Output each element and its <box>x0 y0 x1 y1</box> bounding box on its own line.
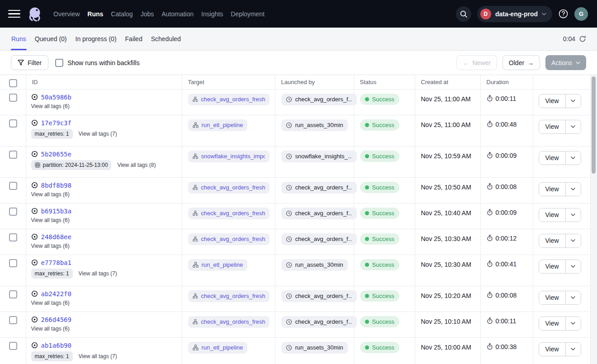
run-id-link[interactable]: 266d4569 <box>41 316 71 323</box>
refresh-button[interactable] <box>579 35 586 43</box>
view-all-tags-link[interactable]: View all tags (6) <box>31 191 70 198</box>
view-dropdown-button[interactable] <box>566 208 581 222</box>
row-checkbox[interactable] <box>9 259 17 267</box>
row-checkbox[interactable] <box>9 342 17 350</box>
dagster-logo-icon[interactable] <box>26 5 43 23</box>
tab-scheduled[interactable]: Scheduled <box>151 28 181 50</box>
launched-by-chip[interactable]: check_avg_orders_f… <box>281 233 357 245</box>
run-id-link[interactable]: ab2422f0 <box>41 290 71 298</box>
view-all-tags-link[interactable]: View all tags (6) <box>31 300 70 306</box>
run-tag-pill[interactable]: max_retries: 1 <box>31 351 73 361</box>
tab-in-progress-0[interactable]: In progress (0) <box>75 28 117 50</box>
view-all-tags-link[interactable]: View all tags (7) <box>79 270 117 277</box>
launched-by-chip[interactable]: check_avg_orders_f… <box>281 316 357 328</box>
launched-by-chip[interactable]: check_avg_orders_f… <box>281 94 357 105</box>
filter-button[interactable]: Filter <box>11 55 48 70</box>
view-button[interactable]: View <box>539 317 566 330</box>
target-chip[interactable]: check_avg_orders_freshne <box>188 182 270 194</box>
view-dropdown-button[interactable] <box>566 95 581 108</box>
run-id-link[interactable]: 8bdf8b98 <box>41 182 71 189</box>
target-chip[interactable]: check_avg_orders_freshne <box>188 94 270 105</box>
target-chip[interactable]: check_avg_orders_freshne <box>188 290 270 302</box>
tab-failed[interactable]: Failed <box>125 28 143 50</box>
workspace-switcher[interactable]: D data-eng-prod <box>477 6 552 22</box>
target-chip[interactable]: check_avg_orders_freshne <box>188 208 270 219</box>
run-id-link[interactable]: 50a5986b <box>41 94 71 101</box>
view-dropdown-button[interactable] <box>566 291 581 304</box>
view-button[interactable]: View <box>539 343 566 356</box>
row-checkbox[interactable] <box>9 290 17 298</box>
run-tag-pill[interactable]: max_retries: 1 <box>31 129 73 139</box>
row-checkbox[interactable] <box>9 233 17 241</box>
launched-by-chip[interactable]: run_assets_30min <box>281 119 348 131</box>
nav-link-deployment[interactable]: Deployment <box>231 10 265 18</box>
nav-link-insights[interactable]: Insights <box>201 10 223 18</box>
launched-by-chip[interactable]: check_avg_orders_f… <box>281 182 357 194</box>
view-button[interactable]: View <box>539 234 566 247</box>
launched-by-chip[interactable]: snowflake_insights_… <box>281 151 357 162</box>
launched-by-chip[interactable]: check_avg_orders_f… <box>281 208 357 219</box>
row-checkbox[interactable] <box>9 119 17 128</box>
view-button[interactable]: View <box>539 95 566 108</box>
target-chip[interactable]: run_etl_pipeline <box>188 342 248 354</box>
help-button[interactable] <box>558 9 569 19</box>
target-chip[interactable]: check_avg_orders_freshne <box>188 233 270 245</box>
view-button[interactable]: View <box>539 208 566 222</box>
view-all-tags-link[interactable]: View all tags (6) <box>31 217 70 223</box>
select-all-checkbox[interactable] <box>9 79 17 87</box>
view-dropdown-button[interactable] <box>566 260 581 273</box>
view-button[interactable]: View <box>539 151 566 165</box>
view-all-tags-link[interactable]: View all tags (8) <box>117 162 156 168</box>
hamburger-menu-icon[interactable] <box>8 10 20 18</box>
view-button[interactable]: View <box>539 260 566 273</box>
run-id-link[interactable]: 248d68ee <box>41 233 71 241</box>
target-chip[interactable]: snowflake_insights_import <box>188 151 270 162</box>
view-dropdown-button[interactable] <box>566 120 581 133</box>
row-checkbox[interactable] <box>9 151 17 159</box>
tab-queued-0[interactable]: Queued (0) <box>34 28 67 50</box>
launched-by-chip[interactable]: run_assets_30min <box>281 259 348 271</box>
view-dropdown-button[interactable] <box>566 151 581 165</box>
tab-runs[interactable]: Runs <box>11 28 27 50</box>
run-id-link[interactable]: e7778ba1 <box>41 259 71 266</box>
nav-link-jobs[interactable]: Jobs <box>141 10 154 18</box>
row-checkbox[interactable] <box>9 316 17 324</box>
target-chip[interactable]: run_etl_pipeline <box>188 119 248 131</box>
view-dropdown-button[interactable] <box>566 183 581 196</box>
view-dropdown-button[interactable] <box>566 234 581 247</box>
scrollbar-thumb[interactable] <box>592 76 596 174</box>
nav-link-overview[interactable]: Overview <box>53 10 80 18</box>
view-dropdown-button[interactable] <box>566 343 581 356</box>
view-all-tags-link[interactable]: View all tags (7) <box>79 353 117 359</box>
view-button[interactable]: View <box>539 120 566 133</box>
target-chip[interactable]: run_etl_pipeline <box>188 259 248 271</box>
nav-link-catalog[interactable]: Catalog <box>111 10 133 18</box>
row-checkbox[interactable] <box>9 94 17 102</box>
user-avatar[interactable]: G <box>574 7 588 21</box>
nav-link-runs[interactable]: Runs <box>87 10 103 18</box>
launched-by-chip[interactable]: check_avg_orders_f… <box>281 290 357 302</box>
view-all-tags-link[interactable]: View all tags (7) <box>79 131 117 137</box>
view-button[interactable]: View <box>539 183 566 196</box>
view-dropdown-button[interactable] <box>566 317 581 330</box>
older-button[interactable]: Older → <box>502 55 540 70</box>
view-all-tags-link[interactable]: View all tags (6) <box>31 103 70 109</box>
row-checkbox[interactable] <box>9 182 17 190</box>
view-all-tags-link[interactable]: View all tags (6) <box>31 243 70 249</box>
run-id-link[interactable]: 5b20655e <box>41 151 71 158</box>
newer-button[interactable]: ← Newer <box>456 55 497 70</box>
run-id-link[interactable]: ab1a6b90 <box>41 342 71 349</box>
view-all-tags-link[interactable]: View all tags (6) <box>31 326 70 332</box>
run-tag-pill[interactable]: partition: 2024-11-25-13:00 <box>31 160 112 170</box>
show-backfills-checkbox[interactable] <box>55 59 63 67</box>
target-chip[interactable]: check_avg_orders_freshne <box>188 316 270 328</box>
vertical-scrollbar[interactable] <box>590 75 597 364</box>
nav-link-automation[interactable]: Automation <box>161 10 194 18</box>
actions-button[interactable]: Actions <box>545 55 586 70</box>
row-checkbox[interactable] <box>9 208 17 216</box>
search-button[interactable] <box>456 6 471 22</box>
view-button[interactable]: View <box>539 291 566 304</box>
run-id-link[interactable]: b6915b3a <box>41 208 71 215</box>
run-id-link[interactable]: 17e79c3f <box>41 119 71 127</box>
launched-by-chip[interactable]: run_assets_30min <box>281 342 348 354</box>
